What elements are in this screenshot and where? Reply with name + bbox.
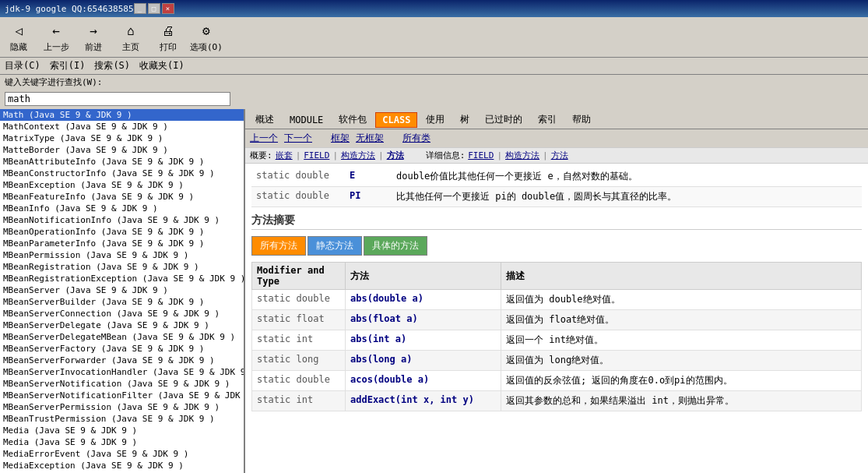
list-item[interactable]: MBeanNotificationInfo (Java SE 9 & JDK 9… bbox=[0, 214, 244, 226]
list-item[interactable]: MediaErrorEvent (Java SE 9 & JDK 9 ) bbox=[0, 448, 244, 460]
prev-button[interactable]: 上一个 bbox=[250, 132, 278, 145]
method-description: 返回一个 int绝对值。 bbox=[501, 330, 862, 351]
list-item[interactable]: MBeanServerFactory (Java SE 9 & JDK 9 ) bbox=[0, 343, 244, 355]
hide-icon: ◁ bbox=[9, 21, 28, 40]
const-name[interactable]: E bbox=[345, 167, 392, 187]
home-icon: ⌂ bbox=[121, 21, 140, 40]
method-name[interactable]: addExact(int x, int y) bbox=[346, 391, 501, 411]
menu-index[interactable]: 索引(I) bbox=[50, 59, 86, 72]
tab-deprecated[interactable]: 已过时的 bbox=[478, 111, 529, 129]
list-item[interactable]: MatrixType (Java SE 9 & JDK 9 ) bbox=[0, 132, 244, 144]
method-name[interactable]: abs(double a) bbox=[346, 290, 501, 310]
list-item[interactable]: MBeanTrustPermission (Java SE 9 & JDK 9 … bbox=[0, 413, 244, 425]
print-button[interactable]: 🖨 打印 bbox=[153, 21, 184, 53]
menu-directory[interactable]: 目录(C) bbox=[5, 59, 40, 72]
list-item[interactable]: MathContext (Java SE 9 & JDK 9 ) bbox=[0, 121, 244, 132]
summary-constructor[interactable]: 构造方法 bbox=[341, 150, 375, 161]
detail-method[interactable]: 方法 bbox=[551, 150, 568, 161]
list-item[interactable]: Math (Java SE 9 & JDK 9 ) bbox=[0, 109, 244, 121]
options-icon: ⚙ bbox=[197, 21, 216, 40]
list-item[interactable]: MBeanRegistration (Java SE 9 & JDK 9 ) bbox=[0, 261, 244, 273]
maximize-button[interactable]: □ bbox=[148, 3, 160, 14]
method-row: static int addExact(int x, int y) 返回其参数的… bbox=[252, 391, 862, 411]
home-button[interactable]: ⌂ 主页 bbox=[115, 21, 146, 53]
tab-overview[interactable]: 概述 bbox=[248, 111, 281, 129]
list-item[interactable]: MatteBorder (Java SE 9 & JDK 9 ) bbox=[0, 144, 244, 156]
const-name[interactable]: PI bbox=[345, 187, 392, 207]
list-item[interactable]: MBeanServerDelegate (Java SE 9 & JDK 9 ) bbox=[0, 319, 244, 331]
method-name[interactable]: abs(long a) bbox=[346, 351, 501, 371]
all-methods-button[interactable]: 所有方法 bbox=[251, 236, 306, 256]
forward-button[interactable]: → 前进 bbox=[78, 21, 109, 53]
list-item[interactable]: Media (Java SE 9 & JDK 9 ) bbox=[0, 436, 244, 448]
tab-use[interactable]: 使用 bbox=[419, 111, 452, 129]
search-label-bar: 键入关键字进行查找(W): bbox=[0, 75, 868, 90]
close-button[interactable]: × bbox=[162, 3, 174, 14]
allclasses-button[interactable]: 所有类 bbox=[402, 132, 430, 145]
list-item[interactable]: MBeanInfo (Java SE 9 & JDK 9 ) bbox=[0, 203, 244, 214]
col-method: 方法 bbox=[346, 263, 501, 290]
tab-index[interactable]: 索引 bbox=[531, 111, 564, 129]
method-name[interactable]: abs(float a) bbox=[346, 310, 501, 330]
tab-tree[interactable]: 树 bbox=[453, 111, 476, 129]
list-item[interactable]: MBeanServerPermission (Java SE 9 & JDK 9… bbox=[0, 401, 244, 413]
back-label: 上一步 bbox=[44, 41, 69, 53]
list-item[interactable]: MBeanServerNotificationFilter (Java SE 9… bbox=[0, 390, 244, 401]
menu-search[interactable]: 搜索(S) bbox=[94, 59, 130, 72]
method-description: 返回其参数的总和，如果结果溢出 int，则抛出异常。 bbox=[501, 391, 862, 411]
search-container bbox=[0, 90, 868, 109]
list-item[interactable]: MBeanServerDelegateMBean (Java SE 9 & JD… bbox=[0, 331, 244, 343]
summary-field[interactable]: FIELD bbox=[304, 150, 329, 161]
list-item[interactable]: MBeanException (Java SE 9 & JDK 9 ) bbox=[0, 179, 244, 191]
detail-constructor[interactable]: 构造方法 bbox=[505, 150, 539, 161]
method-table: Modifier and Type 方法 描述 static double ab… bbox=[251, 262, 862, 411]
method-name[interactable]: acos(double a) bbox=[346, 371, 501, 391]
hide-label: 隐藏 bbox=[10, 41, 27, 53]
options-label: 选项(O) bbox=[190, 41, 223, 53]
search-input[interactable] bbox=[5, 92, 230, 106]
list-item[interactable]: MBeanServerNotification (Java SE 9 & JDK… bbox=[0, 378, 244, 390]
title-bar: jdk-9 google QQ:654638585 _ □ × bbox=[0, 0, 868, 17]
static-methods-button[interactable]: 静态方法 bbox=[307, 236, 362, 256]
list-item[interactable]: MBeanServerConnection (Java SE 9 & JDK 9… bbox=[0, 308, 244, 319]
list-item[interactable]: MBeanRegistrationException (Java SE 9 & … bbox=[0, 273, 244, 284]
list-item[interactable]: MBeanServerForwarder (Java SE 9 & JDK 9 … bbox=[0, 355, 244, 366]
forward-icon: → bbox=[84, 21, 103, 40]
minimize-button[interactable]: _ bbox=[134, 3, 146, 14]
list-item[interactable]: MBeanServerBuilder (Java SE 9 & JDK 9 ) bbox=[0, 296, 244, 308]
summary-bar: 概要: 嵌套 | FIELD | 构造方法 | 方法 详细信息: FIELD |… bbox=[245, 148, 868, 164]
options-button[interactable]: ⚙ 选项(O) bbox=[190, 21, 223, 53]
const-modifier: static double bbox=[251, 187, 345, 207]
back-icon: ← bbox=[47, 21, 65, 40]
noframe-button[interactable]: 无框架 bbox=[356, 132, 384, 145]
tab-class[interactable]: CLASS bbox=[375, 112, 417, 128]
hide-button[interactable]: ◁ 隐藏 bbox=[3, 21, 34, 53]
list-item[interactable]: MediaException (Java SE 9 & JDK 9 ) bbox=[0, 460, 244, 471]
method-row: static float abs(float a) 返回值为 float绝对值。 bbox=[252, 310, 862, 330]
left-panel: Math (Java SE 9 & JDK 9 ) MathContext (J… bbox=[0, 109, 245, 473]
list-item[interactable]: MBeanAttributeInfo (Java SE 9 & JDK 9 ) bbox=[0, 156, 244, 168]
frame-button[interactable]: 框架 bbox=[331, 132, 350, 145]
next-button[interactable]: 下一个 bbox=[284, 132, 312, 145]
back-button[interactable]: ← 上一步 bbox=[40, 21, 72, 53]
list-item[interactable]: MBeanServer (Java SE 9 & JDK 9 ) bbox=[0, 284, 244, 296]
list-item[interactable]: MBeanServerInvocationHandler (Java SE 9 … bbox=[0, 366, 244, 378]
summary-method[interactable]: 方法 bbox=[387, 150, 404, 161]
method-row: static double acos(double a) 返回值的反余弦值; 返… bbox=[252, 371, 862, 391]
method-name[interactable]: abs(int a) bbox=[346, 330, 501, 351]
tab-module[interactable]: MODULE bbox=[283, 112, 330, 128]
detail-field[interactable]: FIELD bbox=[468, 150, 494, 161]
list-item[interactable]: MBeanFeatureInfo (Java SE 9 & JDK 9 ) bbox=[0, 191, 244, 203]
list-item[interactable]: Media (Java SE 9 & JDK 9 ) bbox=[0, 425, 244, 436]
concrete-methods-button[interactable]: 具体的方法 bbox=[364, 236, 427, 256]
menu-favorites[interactable]: 收藏夹(I) bbox=[139, 59, 184, 72]
const-modifier: static double bbox=[251, 167, 345, 187]
class-list: Math (Java SE 9 & JDK 9 ) MathContext (J… bbox=[0, 109, 244, 473]
list-item[interactable]: MBeanOperationInfo (Java SE 9 & JDK 9 ) bbox=[0, 226, 244, 238]
list-item[interactable]: MBeanConstructorInfo (Java SE 9 & JDK 9 … bbox=[0, 168, 244, 179]
tab-help[interactable]: 帮助 bbox=[565, 111, 598, 129]
tab-package[interactable]: 软件包 bbox=[332, 111, 374, 129]
list-item[interactable]: MBeanPermission (Java SE 9 & JDK 9 ) bbox=[0, 249, 244, 261]
summary-nested[interactable]: 嵌套 bbox=[276, 150, 293, 161]
list-item[interactable]: MBeanParameterInfo (Java SE 9 & JDK 9 ) bbox=[0, 238, 244, 249]
